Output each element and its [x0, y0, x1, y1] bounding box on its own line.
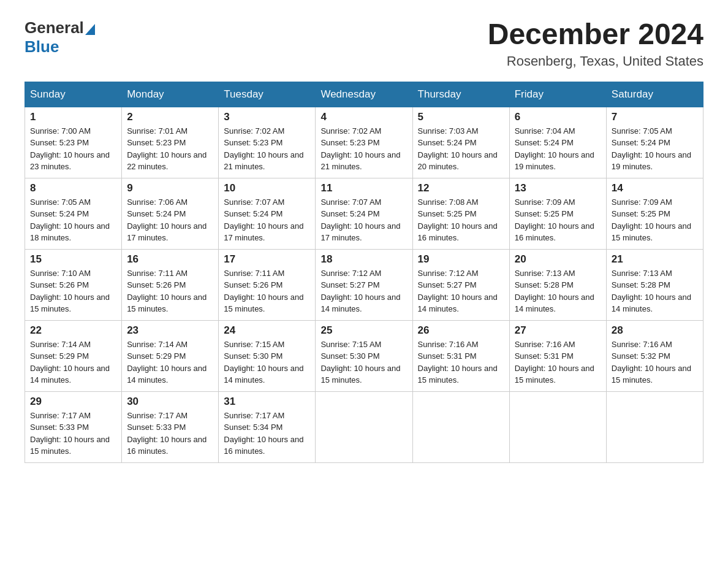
- day-info: Sunrise: 7:17 AMSunset: 5:33 PMDaylight:…: [30, 410, 116, 458]
- day-number: 29: [30, 396, 116, 408]
- day-info: Sunrise: 7:11 AMSunset: 5:26 PMDaylight:…: [224, 267, 310, 315]
- month-title: December 2024: [488, 18, 703, 51]
- day-number: 21: [612, 253, 698, 266]
- day-number: 20: [515, 253, 601, 266]
- day-header-tuesday: Tuesday: [219, 82, 316, 107]
- calendar-cell: 1 Sunrise: 7:00 AMSunset: 5:23 PMDayligh…: [25, 107, 122, 178]
- day-info: Sunrise: 7:03 AMSunset: 5:24 PMDaylight:…: [418, 125, 504, 173]
- calendar-cell: 23 Sunrise: 7:14 AMSunset: 5:29 PMDaylig…: [122, 320, 219, 391]
- day-header-sunday: Sunday: [25, 82, 122, 107]
- day-info: Sunrise: 7:09 AMSunset: 5:25 PMDaylight:…: [612, 196, 698, 244]
- day-number: 18: [320, 253, 407, 266]
- calendar-cell: 3 Sunrise: 7:02 AMSunset: 5:23 PMDayligh…: [219, 107, 316, 178]
- calendar-cell: 22 Sunrise: 7:14 AMSunset: 5:29 PMDaylig…: [25, 320, 122, 391]
- day-number: 16: [127, 253, 213, 266]
- day-number: 14: [612, 182, 698, 194]
- day-info: Sunrise: 7:14 AMSunset: 5:29 PMDaylight:…: [127, 339, 213, 386]
- logo-general-text: General: [25, 18, 84, 37]
- day-info: Sunrise: 7:09 AMSunset: 5:25 PMDaylight:…: [515, 196, 601, 244]
- day-number: 1: [30, 111, 116, 123]
- day-number: 30: [127, 396, 213, 408]
- day-info: Sunrise: 7:06 AMSunset: 5:24 PMDaylight:…: [127, 196, 213, 244]
- day-number: 31: [224, 396, 310, 408]
- day-info: Sunrise: 7:05 AMSunset: 5:24 PMDaylight:…: [612, 125, 698, 173]
- calendar-cell: 18 Sunrise: 7:12 AMSunset: 5:27 PMDaylig…: [316, 249, 412, 320]
- week-row-1: 1 Sunrise: 7:00 AMSunset: 5:23 PMDayligh…: [25, 107, 703, 178]
- day-number: 25: [320, 324, 407, 337]
- day-number: 11: [320, 182, 407, 194]
- calendar-cell: 19 Sunrise: 7:12 AMSunset: 5:27 PMDaylig…: [412, 249, 509, 320]
- week-row-3: 15 Sunrise: 7:10 AMSunset: 5:26 PMDaylig…: [25, 249, 703, 320]
- day-info: Sunrise: 7:02 AMSunset: 5:23 PMDaylight:…: [224, 125, 310, 173]
- calendar-cell: 29 Sunrise: 7:17 AMSunset: 5:33 PMDaylig…: [25, 391, 122, 462]
- day-info: Sunrise: 7:15 AMSunset: 5:30 PMDaylight:…: [224, 339, 310, 386]
- week-row-4: 22 Sunrise: 7:14 AMSunset: 5:29 PMDaylig…: [25, 320, 703, 391]
- day-number: 13: [515, 182, 601, 194]
- day-number: 3: [224, 111, 310, 123]
- day-info: Sunrise: 7:02 AMSunset: 5:23 PMDaylight:…: [320, 125, 407, 173]
- day-info: Sunrise: 7:10 AMSunset: 5:26 PMDaylight:…: [30, 267, 116, 315]
- day-header-thursday: Thursday: [412, 82, 509, 107]
- header: General Blue December 2024 Rosenberg, Te…: [25, 18, 703, 69]
- day-info: Sunrise: 7:17 AMSunset: 5:33 PMDaylight:…: [127, 410, 213, 458]
- day-info: Sunrise: 7:16 AMSunset: 5:32 PMDaylight:…: [612, 339, 698, 386]
- calendar-cell: [509, 391, 606, 462]
- day-info: Sunrise: 7:12 AMSunset: 5:27 PMDaylight:…: [418, 267, 504, 315]
- calendar-cell: 11 Sunrise: 7:07 AMSunset: 5:24 PMDaylig…: [316, 178, 412, 249]
- day-info: Sunrise: 7:14 AMSunset: 5:29 PMDaylight:…: [30, 339, 116, 386]
- logo-triangle-icon: [84, 21, 95, 35]
- day-number: 19: [418, 253, 504, 266]
- day-number: 27: [515, 324, 601, 337]
- day-number: 6: [515, 111, 601, 123]
- day-number: 26: [418, 324, 504, 337]
- day-number: 10: [224, 182, 310, 194]
- day-number: 17: [224, 253, 310, 266]
- day-number: 9: [127, 182, 213, 194]
- days-header-row: SundayMondayTuesdayWednesdayThursdayFrid…: [25, 82, 703, 107]
- day-info: Sunrise: 7:07 AMSunset: 5:24 PMDaylight:…: [224, 196, 310, 244]
- day-number: 2: [127, 111, 213, 123]
- day-info: Sunrise: 7:16 AMSunset: 5:31 PMDaylight:…: [418, 339, 504, 386]
- day-info: Sunrise: 7:17 AMSunset: 5:34 PMDaylight:…: [224, 410, 310, 458]
- location-title: Rosenberg, Texas, United States: [488, 53, 703, 69]
- day-info: Sunrise: 7:11 AMSunset: 5:26 PMDaylight:…: [127, 267, 213, 315]
- calendar-cell: [316, 391, 412, 462]
- calendar-cell: 24 Sunrise: 7:15 AMSunset: 5:30 PMDaylig…: [219, 320, 316, 391]
- day-header-wednesday: Wednesday: [316, 82, 412, 107]
- calendar-cell: 16 Sunrise: 7:11 AMSunset: 5:26 PMDaylig…: [122, 249, 219, 320]
- title-area: December 2024 Rosenberg, Texas, United S…: [488, 18, 703, 69]
- day-number: 24: [224, 324, 310, 337]
- day-number: 12: [418, 182, 504, 194]
- day-info: Sunrise: 7:01 AMSunset: 5:23 PMDaylight:…: [127, 125, 213, 173]
- day-number: 7: [612, 111, 698, 123]
- day-header-friday: Friday: [509, 82, 606, 107]
- calendar-cell: 8 Sunrise: 7:05 AMSunset: 5:24 PMDayligh…: [25, 178, 122, 249]
- logo: General Blue: [25, 18, 97, 56]
- day-info: Sunrise: 7:00 AMSunset: 5:23 PMDaylight:…: [30, 125, 116, 173]
- calendar-cell: 31 Sunrise: 7:17 AMSunset: 5:34 PMDaylig…: [219, 391, 316, 462]
- day-info: Sunrise: 7:13 AMSunset: 5:28 PMDaylight:…: [515, 267, 601, 315]
- day-number: 8: [30, 182, 116, 194]
- day-number: 23: [127, 324, 213, 337]
- day-info: Sunrise: 7:08 AMSunset: 5:25 PMDaylight:…: [418, 196, 504, 244]
- calendar-cell: 14 Sunrise: 7:09 AMSunset: 5:25 PMDaylig…: [606, 178, 703, 249]
- day-number: 28: [612, 324, 698, 337]
- calendar-cell: 21 Sunrise: 7:13 AMSunset: 5:28 PMDaylig…: [606, 249, 703, 320]
- calendar-cell: [412, 391, 509, 462]
- week-row-2: 8 Sunrise: 7:05 AMSunset: 5:24 PMDayligh…: [25, 178, 703, 249]
- calendar-table: SundayMondayTuesdayWednesdayThursdayFrid…: [25, 82, 703, 463]
- day-number: 4: [320, 111, 407, 123]
- day-info: Sunrise: 7:13 AMSunset: 5:28 PMDaylight:…: [612, 267, 698, 315]
- calendar-cell: 4 Sunrise: 7:02 AMSunset: 5:23 PMDayligh…: [316, 107, 412, 178]
- calendar-cell: 9 Sunrise: 7:06 AMSunset: 5:24 PMDayligh…: [122, 178, 219, 249]
- calendar-cell: 26 Sunrise: 7:16 AMSunset: 5:31 PMDaylig…: [412, 320, 509, 391]
- day-info: Sunrise: 7:04 AMSunset: 5:24 PMDaylight:…: [515, 125, 601, 173]
- week-row-5: 29 Sunrise: 7:17 AMSunset: 5:33 PMDaylig…: [25, 391, 703, 462]
- calendar-cell: 7 Sunrise: 7:05 AMSunset: 5:24 PMDayligh…: [606, 107, 703, 178]
- day-number: 15: [30, 253, 116, 266]
- day-info: Sunrise: 7:12 AMSunset: 5:27 PMDaylight:…: [320, 267, 407, 315]
- day-info: Sunrise: 7:05 AMSunset: 5:24 PMDaylight:…: [30, 196, 116, 244]
- day-info: Sunrise: 7:15 AMSunset: 5:30 PMDaylight:…: [320, 339, 407, 386]
- calendar-cell: 30 Sunrise: 7:17 AMSunset: 5:33 PMDaylig…: [122, 391, 219, 462]
- day-header-saturday: Saturday: [606, 82, 703, 107]
